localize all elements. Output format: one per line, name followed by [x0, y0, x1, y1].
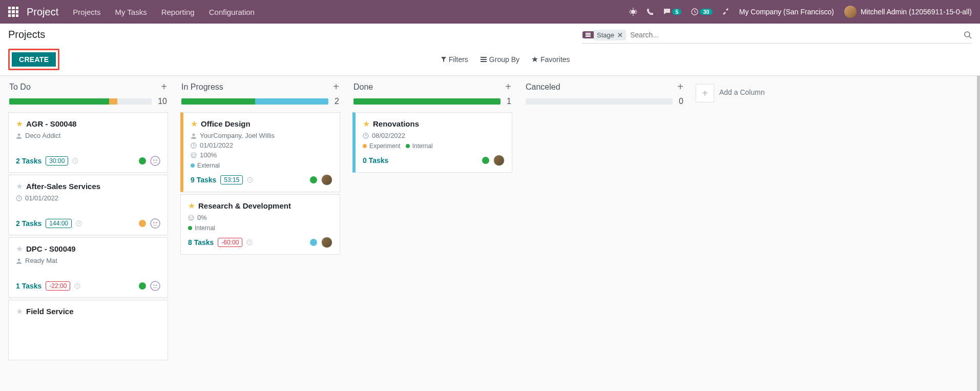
tag: Experiment: [363, 142, 401, 150]
column-title[interactable]: Done: [353, 83, 373, 92]
status-dot[interactable]: [139, 220, 146, 227]
kanban-card[interactable]: ★ Research & Development 0% Internal 8 T…: [180, 194, 340, 255]
create-button[interactable]: CREATE: [12, 52, 56, 67]
clock-icon: [74, 283, 80, 289]
add-card-icon[interactable]: +: [677, 81, 683, 93]
plus-icon[interactable]: +: [696, 84, 714, 102]
nav-reporting[interactable]: Reporting: [161, 8, 195, 16]
kanban-card[interactable]: ★ Renovations 08/02/2022 ExperimentInter…: [352, 112, 512, 173]
progress-bar[interactable]: [181, 98, 328, 105]
kanban-column: To Do + 10 ★ AGR - S00048 Deco Addict 2 …: [2, 76, 174, 391]
add-card-icon[interactable]: +: [161, 81, 167, 93]
status-dot[interactable]: [139, 157, 146, 164]
assignee-avatar[interactable]: [321, 174, 332, 186]
user-icon: [16, 258, 22, 264]
apps-icon[interactable]: [8, 7, 18, 17]
column-title[interactable]: In Progress: [181, 83, 223, 92]
systray: 5 30: [629, 8, 729, 16]
satisfaction-icon[interactable]: [150, 218, 160, 229]
app-brand[interactable]: Project: [27, 6, 58, 18]
svg-point-12: [193, 133, 195, 136]
star-icon[interactable]: ★: [16, 306, 23, 316]
task-count[interactable]: 0 Tasks: [363, 156, 388, 164]
star-icon[interactable]: ★: [363, 119, 370, 129]
search-bar[interactable]: Stage ✕: [582, 29, 972, 44]
star-icon[interactable]: ★: [16, 244, 23, 254]
card-title: AGR - S00048: [26, 119, 76, 128]
column-count: 1: [507, 97, 511, 106]
progress-bar[interactable]: [353, 98, 501, 105]
star-icon[interactable]: ★: [16, 119, 23, 129]
company-switcher[interactable]: My Company (San Francisco): [739, 8, 834, 16]
add-card-icon[interactable]: +: [505, 81, 511, 93]
bug-icon[interactable]: [629, 8, 637, 16]
card-footer: 2 Tasks 30:00: [16, 151, 160, 166]
task-count[interactable]: 8 Tasks: [188, 238, 214, 246]
phone-icon[interactable]: [647, 8, 654, 15]
tag: Internal: [406, 142, 433, 150]
assignee-avatar[interactable]: [321, 237, 332, 248]
status-dot[interactable]: [310, 239, 317, 246]
search-icon[interactable]: [964, 31, 972, 39]
activities-icon[interactable]: 30: [691, 8, 712, 16]
favorites-button[interactable]: Favorites: [532, 55, 570, 64]
control-panel: Projects Stage ✕ CREATE Filters Group By: [0, 24, 980, 76]
progress-bar[interactable]: [526, 98, 673, 105]
star-icon[interactable]: ★: [16, 181, 23, 191]
kanban-card[interactable]: ★ Office Design YourCompany, Joel Willis…: [180, 112, 340, 192]
groupby-button[interactable]: Group By: [481, 55, 519, 64]
task-count[interactable]: 1 Tasks: [16, 282, 41, 290]
column-title[interactable]: To Do: [9, 83, 31, 92]
satisfaction-icon[interactable]: [150, 156, 160, 166]
star-icon[interactable]: ★: [191, 119, 198, 129]
card-title: After-Sales Services: [26, 182, 100, 191]
search-input[interactable]: [626, 29, 964, 41]
breadcrumb: Projects: [8, 29, 45, 40]
svg-point-6: [18, 133, 20, 136]
card-footer: 9 Tasks 53:15: [191, 169, 332, 186]
card-footer: 2 Tasks 144:00: [16, 213, 160, 229]
task-count[interactable]: 2 Tasks: [16, 219, 41, 228]
kanban-column: In Progress + 2 ★ Office Design YourComp…: [174, 76, 346, 391]
task-count[interactable]: 2 Tasks: [16, 157, 41, 165]
kanban-card[interactable]: ★ After-Sales Services 01/01/2022 2 Task…: [8, 175, 168, 235]
search-facet-stage[interactable]: Stage ✕: [594, 30, 626, 40]
status-dot[interactable]: [310, 176, 317, 183]
hours-badge: 144:00: [46, 219, 72, 228]
close-icon[interactable]: ✕: [617, 31, 623, 39]
user-menu[interactable]: Mitchell Admin (12056911-15-0-all): [844, 6, 972, 18]
filter-icon: [441, 57, 446, 62]
card-meta: 100%: [191, 151, 332, 159]
kanban-card[interactable]: ★ DPC - S00049 Ready Mat 1 Tasks -22:00: [8, 237, 168, 298]
tools-icon[interactable]: [722, 8, 730, 16]
clock-icon: [76, 220, 82, 227]
add-card-icon[interactable]: +: [333, 81, 339, 93]
add-column-label[interactable]: Add a Column: [719, 84, 765, 96]
card-meta: 0%: [188, 214, 332, 221]
progress-bar[interactable]: [9, 98, 152, 105]
assignee-avatar[interactable]: [493, 155, 505, 166]
task-count[interactable]: 9 Tasks: [191, 176, 216, 184]
filters-button[interactable]: Filters: [441, 55, 468, 64]
user-name: Mitchell Admin (12056911-15-0-all): [861, 8, 972, 16]
hours-badge: -60:00: [218, 238, 242, 247]
svg-point-18: [189, 215, 194, 220]
card-footer: 1 Tasks -22:00: [16, 276, 160, 291]
add-column[interactable]: +Add a Column: [691, 76, 783, 391]
kanban-card[interactable]: ★ Field Service: [8, 300, 168, 360]
status-dot[interactable]: [482, 157, 489, 164]
nav-projects[interactable]: Projects: [73, 8, 100, 16]
nav-configuration[interactable]: Configuration: [209, 8, 255, 16]
svg-point-16: [195, 154, 195, 155]
column-title[interactable]: Canceled: [526, 83, 560, 92]
top-navbar: Project Projects My Tasks Reporting Conf…: [0, 0, 980, 24]
satisfaction-icon[interactable]: [150, 281, 160, 291]
clock-icon: [191, 142, 197, 149]
kanban-card[interactable]: ★ AGR - S00048 Deco Addict 2 Tasks 30:00: [8, 112, 168, 173]
messages-icon[interactable]: 5: [663, 8, 681, 16]
status-dot[interactable]: [139, 282, 146, 290]
search-facet-groupby-icon: [582, 31, 594, 38]
user-icon: [191, 133, 197, 139]
star-icon[interactable]: ★: [188, 201, 195, 211]
nav-my-tasks[interactable]: My Tasks: [115, 8, 147, 16]
